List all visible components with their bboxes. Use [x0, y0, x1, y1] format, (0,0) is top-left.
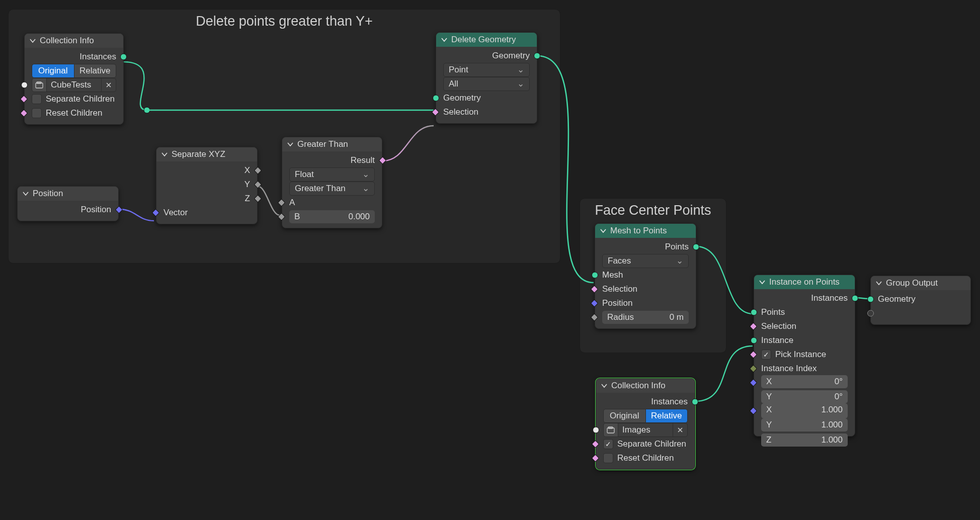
node-group-output[interactable]: Group Output Geometry: [870, 276, 971, 325]
clear-icon[interactable]: [673, 423, 688, 437]
socket-collection-in[interactable]: [593, 427, 599, 434]
socket-collection-in[interactable]: [21, 82, 28, 89]
collection-icon: [603, 423, 618, 437]
node-position[interactable]: Position Position: [17, 186, 119, 221]
node-header[interactable]: Collection Info: [25, 34, 123, 48]
socket-empty-in[interactable]: [867, 310, 874, 317]
socket-points-in[interactable]: [751, 309, 757, 316]
chevron-down-icon: ⌄: [517, 63, 524, 76]
chevron-down-icon: [600, 228, 606, 234]
node-title: Delete Geometry: [451, 35, 516, 45]
domain-select[interactable]: Point⌄: [443, 63, 530, 77]
socket-geometry-in[interactable]: [867, 296, 874, 303]
node-title: Position: [33, 189, 63, 199]
row-separate-children[interactable]: Separate Children: [25, 93, 123, 105]
socket-rotation-in[interactable]: [750, 379, 758, 387]
transform-space-toggle[interactable]: Original Relative: [603, 409, 688, 423]
socket-pick-in[interactable]: [750, 351, 758, 359]
chevron-down-icon: ⌄: [517, 77, 524, 91]
socket-instance-in[interactable]: [751, 337, 757, 344]
scale-x[interactable]: X1.000: [761, 403, 848, 416]
chevron-down-icon: [287, 141, 293, 147]
socket-geometry-in[interactable]: [433, 95, 439, 102]
chevron-down-icon: [601, 383, 607, 389]
socket-reset-children[interactable]: [592, 454, 600, 462]
node-title: Greater Than: [297, 139, 348, 149]
clear-icon[interactable]: [102, 78, 116, 92]
node-greater-than[interactable]: Greater Than Result Float⌄ Greater Than⌄…: [282, 137, 382, 228]
transform-space-toggle[interactable]: Original Relative: [32, 64, 116, 78]
node-collection-info-2[interactable]: Collection Info Instances Original Relat…: [596, 378, 695, 470]
b-input[interactable]: B0.000: [289, 210, 375, 223]
chevron-down-icon: [759, 279, 765, 285]
socket-instances-out[interactable]: [852, 295, 858, 302]
socket-index-in[interactable]: [750, 365, 758, 373]
node-mesh-to-points[interactable]: Mesh to Points Points Faces⌄ Mesh Select…: [595, 223, 696, 329]
chevron-down-icon: [23, 191, 29, 197]
socket-points-out[interactable]: [693, 244, 699, 250]
chevron-down-icon: [441, 37, 447, 43]
socket-selection-in[interactable]: [750, 322, 758, 330]
op-select[interactable]: Greater Than⌄: [289, 182, 375, 196]
node-collection-info-1[interactable]: Collection Info Instances Original Relat…: [24, 33, 124, 125]
row-pick-instance[interactable]: Pick Instance: [754, 349, 855, 361]
node-title: Mesh to Points: [610, 226, 667, 236]
row-reset-children[interactable]: Reset Children: [25, 107, 123, 119]
socket-sep-children[interactable]: [592, 440, 600, 448]
collection-picker[interactable]: CubeTests: [32, 78, 116, 92]
btn-relative[interactable]: Relative: [646, 409, 688, 423]
chevron-down-icon: ⌄: [362, 182, 369, 195]
collection-icon: [32, 78, 47, 92]
m2p-mode-select[interactable]: Faces⌄: [602, 254, 689, 268]
socket-instances-out[interactable]: [692, 399, 698, 405]
collection-name: Images: [618, 423, 673, 437]
chevron-down-icon: [30, 38, 36, 44]
node-title: Instance on Points: [769, 277, 840, 287]
chevron-down-icon: [876, 280, 882, 286]
row-separate-children[interactable]: Separate Children: [596, 438, 695, 450]
node-title: Collection Info: [611, 381, 666, 391]
dtype-select[interactable]: Float⌄: [289, 167, 375, 182]
node-instance-on-points[interactable]: Instance on Points Instances Points Sele…: [754, 275, 855, 437]
node-title: Separate XYZ: [172, 149, 225, 159]
rot-y[interactable]: Y0°: [761, 390, 848, 403]
row-reset-children[interactable]: Reset Children: [596, 452, 695, 464]
node-title: Group Output: [886, 278, 938, 288]
scale-y[interactable]: Y1.000: [761, 418, 848, 431]
node-separate-xyz[interactable]: Separate XYZ X Y Z Vector: [156, 147, 258, 224]
node-title: Collection Info: [40, 36, 94, 46]
chevron-down-icon: ⌄: [362, 168, 369, 181]
rot-x[interactable]: X0°: [761, 375, 848, 388]
link-coll2-instance: [695, 346, 753, 401]
scale-z[interactable]: Z1.000: [761, 434, 848, 447]
chevron-down-icon: [161, 151, 168, 157]
socket-mesh-in[interactable]: [592, 272, 598, 279]
radius-input[interactable]: Radius0 m: [602, 311, 689, 324]
node-delete-geometry[interactable]: Delete Geometry Geometry Point⌄ All⌄ Geo…: [436, 32, 537, 124]
chevron-down-icon: ⌄: [676, 254, 683, 268]
collection-name: CubeTests: [47, 78, 102, 92]
btn-original[interactable]: Original: [603, 409, 646, 423]
socket-geometry-out[interactable]: [534, 53, 540, 59]
btn-original[interactable]: Original: [32, 64, 74, 78]
frame-delete-title: Delete points greater than Y+: [196, 14, 373, 29]
btn-relative[interactable]: Relative: [74, 64, 117, 78]
out-instances: Instances: [25, 51, 123, 63]
frame-face-title: Face Center Points: [595, 203, 711, 218]
mode-select[interactable]: All⌄: [443, 77, 530, 91]
socket-instances-out[interactable]: [120, 54, 127, 60]
collection-picker[interactable]: Images: [603, 423, 688, 437]
out-position: Position: [18, 204, 118, 216]
socket-scale-in[interactable]: [750, 407, 758, 415]
